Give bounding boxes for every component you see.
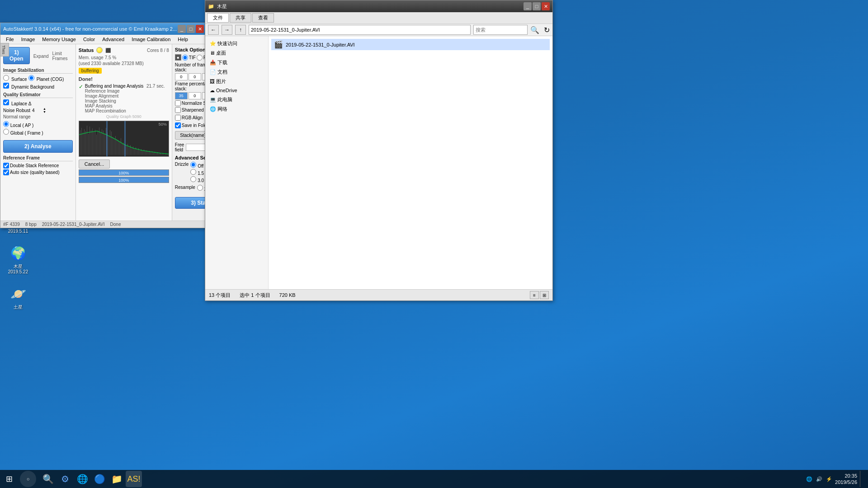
show-desktop-btn[interactable] [860,471,863,487]
save-folder-checkbox[interactable] [175,122,181,128]
total-items: 13 个项目 [209,292,231,299]
planet-cog-radio[interactable] [28,75,34,81]
taskbar-steam[interactable]: ⚙ [57,471,73,487]
forward-button[interactable]: → [222,25,232,35]
dynamic-bg-checkbox[interactable] [3,83,9,89]
cancel-button[interactable]: Cancel... [79,160,110,169]
noise-row: Noise Robust 4 ▲ ▼ [3,107,73,113]
laplace-checkbox[interactable] [3,99,9,105]
nav-downloads[interactable]: 📥 下载 [207,58,266,67]
planet-cog-label: Planet (COG) [37,77,64,82]
tab-share[interactable]: 共享 [230,13,251,23]
drizzle-15-radio[interactable] [190,169,196,175]
pct-input-2[interactable] [189,92,201,99]
explorer-maximize[interactable]: □ [533,2,541,10]
frames-input-1[interactable] [175,73,188,80]
list-view-btn[interactable]: ≡ [530,291,539,299]
svg-rect-67 [106,121,108,157]
frame-label: ( Frame ) [24,131,43,136]
png-radio[interactable] [197,55,203,61]
up-button[interactable]: ↑ [235,25,246,35]
svg-rect-47 [142,151,143,155]
surface-radio-group: Surface Planet (COG) [3,75,73,82]
menu-memory[interactable]: Memory Usage [38,36,80,43]
avi-file-icon: 🎬 [274,40,283,49]
menu-color[interactable]: Color [80,36,99,43]
taskbar-explorer[interactable]: 📁 [108,471,125,487]
frame-num-status: #F 4339 [3,222,20,227]
local-radio[interactable] [3,121,9,127]
close-button[interactable]: ✕ [196,25,204,33]
mem-detail: (used 2330 available 27328 MB) [79,61,169,66]
desktop-icon-saturn2[interactable]: 🪐 土星 [0,282,36,313]
minimize-button[interactable]: _ [178,25,186,33]
pct-input-1[interactable] [175,92,188,99]
drizzle-off-radio[interactable] [190,162,196,168]
tab-file[interactable]: 文件 [207,13,229,23]
explorer-window: 📁 木星 _ □ ✕ 文件 共享 查看 ← → ↑ 🔍 ↻ ⭐ 快速访问 🖥 桌… [205,0,553,301]
search-icon[interactable]: 🔍 [530,26,539,34]
global-radio[interactable] [3,129,9,135]
analyse-button[interactable]: 2) Analyse [3,140,73,153]
svg-rect-45 [140,150,140,155]
laplace-label: Laplace Δ [11,101,32,106]
noise-arrows[interactable]: ▲ ▼ [43,107,46,113]
menu-help[interactable]: Help [174,36,192,43]
expand-button[interactable]: ⬛ [105,48,111,53]
tab-view[interactable]: 查看 [252,13,274,23]
nav-computer[interactable]: 💻 此电脑 [207,95,266,104]
explorer-main: 🎬 2019-05-22-1531_0-Jupiter.AVI [269,36,552,289]
taskbar-as[interactable]: AS! [126,471,142,487]
svg-rect-55 [153,153,154,155]
back-button[interactable]: ← [208,25,219,35]
menu-advanced[interactable]: Advanced [99,36,128,43]
nav-network[interactable]: 🌐 网络 [207,104,266,114]
grid-view-btn[interactable]: ⊞ [540,291,549,299]
nav-pictures[interactable]: 🖼 图片 [207,77,266,86]
svg-rect-7 [88,134,89,155]
surface-radio[interactable] [3,75,9,81]
taskbar-edge[interactable]: 🌐 [74,471,90,487]
resample-20-radio[interactable] [197,185,203,191]
nav-documents[interactable]: 📄 文档 [207,67,266,77]
auto-size-checkbox[interactable] [3,169,9,175]
svg-rect-35 [126,146,127,155]
frames-input-2[interactable] [189,73,201,80]
desktop-icon-jupiter2[interactable]: 🌍 木星2019.5.22 [0,241,36,277]
svg-rect-66 [168,155,169,155]
sharpened-checkbox[interactable] [175,107,181,113]
refresh-icon[interactable]: ↻ [544,26,550,34]
menu-file[interactable]: File [2,36,18,43]
explorer-minimize[interactable]: _ [524,2,532,10]
tif-radio[interactable] [182,55,188,61]
taskbar-cortana[interactable]: 🔍 [40,471,56,487]
buffering-time: 21.7 sec. [146,84,165,89]
normalize-checkbox[interactable] [175,100,181,106]
bmp-btn[interactable]: ■ [175,54,181,61]
drizzle-30-radio[interactable] [190,176,196,182]
file-item-avi[interactable]: 🎬 2019-05-22-1531_0-Jupiter.AVI [271,39,550,50]
address-bar[interactable] [249,25,471,35]
nav-onedrive[interactable]: ☁ OneDrive [207,86,266,95]
saturn2-icon: 🪐 [9,285,27,303]
rgb-align-checkbox[interactable] [175,115,181,121]
nav-quick-access[interactable]: ⭐ 快速访问 [207,39,266,48]
taskbar-chrome[interactable]: 🔵 [91,471,108,487]
status-item-buffering: ✓ Buffering and Image Analysis 21.7 sec.… [79,84,169,113]
as-menubar: File Image Memory Usage Color Advanced I… [0,35,228,44]
maximize-button[interactable]: □ [187,25,195,33]
volume-icon: 🔊 [816,476,822,482]
menu-calibration[interactable]: Image Calibration [128,36,174,43]
explorer-close[interactable]: ✕ [542,2,550,10]
time-display: 20:35 [835,473,857,479]
explorer-sidebar: ⭐ 快速访问 🖥 桌面 📥 下载 📄 文档 🖼 图片 ☁ OneDrive 💻 … [205,36,269,289]
search-input[interactable] [473,25,528,35]
taskbar-search-button[interactable]: ○ [20,471,36,487]
view-buttons: ≡ ⊞ [530,291,549,299]
svg-rect-12 [95,130,95,155]
menu-image[interactable]: Image [18,36,39,43]
double-stack-checkbox[interactable] [3,163,9,169]
resample-label: Resample [175,185,195,190]
nav-desktop[interactable]: 🖥 桌面 [207,48,266,58]
start-button[interactable]: ⊞ [0,470,18,488]
